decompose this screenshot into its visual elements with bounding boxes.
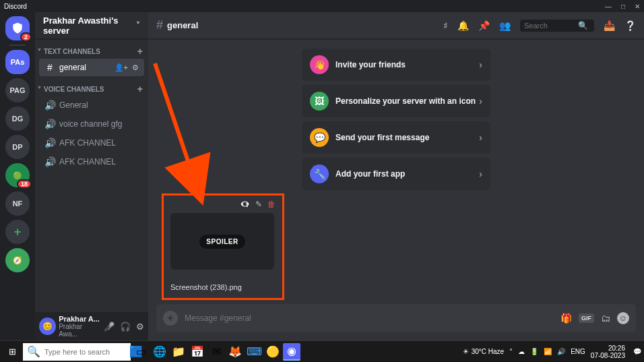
sticker-icon[interactable]: 🗂 bbox=[601, 313, 610, 324]
edit-icon[interactable]: ✎ bbox=[255, 200, 262, 209]
tray-onedrive-icon[interactable]: ☁ bbox=[518, 348, 525, 355]
taskbar-search[interactable]: 🔍 🟦 bbox=[23, 343, 131, 361]
start-button[interactable]: ⊞ bbox=[3, 342, 22, 361]
spoiler-toggle-icon[interactable]: 👁‍🗨 bbox=[240, 200, 250, 209]
chevron-down-icon: ˅ bbox=[136, 21, 140, 30]
invite-icon: 👋 bbox=[310, 55, 329, 74]
chevron-right-icon: › bbox=[479, 132, 482, 143]
close-button[interactable]: ✕ bbox=[635, 3, 640, 10]
speaker-icon: 🔊 bbox=[44, 119, 55, 129]
tray-battery-icon[interactable]: 🔋 bbox=[530, 348, 538, 355]
notifications-icon[interactable]: 🔔 bbox=[457, 20, 469, 31]
search-icon: 🔍 bbox=[27, 345, 40, 358]
firefox-icon[interactable]: 🦊 bbox=[226, 343, 244, 361]
category-voice-channels[interactable]: ˅VOICE CHANNELS + bbox=[35, 77, 148, 96]
pinned-icon[interactable]: 📌 bbox=[478, 20, 490, 31]
add-server-button[interactable]: + bbox=[5, 220, 30, 244]
calendar-icon[interactable]: 📅 bbox=[189, 343, 206, 361]
guild-dg[interactable]: DG bbox=[5, 107, 30, 131]
taskbar-clock[interactable]: 20:26 07-08-2023 bbox=[591, 344, 628, 359]
notifications-tray-icon[interactable]: 💬 bbox=[633, 348, 641, 355]
channel-content: 👋 Invite your friends › 🖼 Personalize yo… bbox=[148, 39, 644, 304]
settings-icon[interactable]: ⚙ bbox=[132, 63, 139, 72]
delete-icon[interactable]: 🗑 bbox=[267, 200, 276, 209]
guild-separator bbox=[9, 44, 26, 46]
hash-icon: # bbox=[156, 18, 163, 32]
search-box[interactable]: 🔍 bbox=[520, 20, 594, 32]
spoiler-badge: SPOILER bbox=[199, 235, 245, 249]
attachment-preview[interactable]: SPOILER bbox=[170, 213, 274, 270]
guild-badge: 18 bbox=[17, 179, 32, 189]
user-name: Prakhar A... bbox=[59, 315, 101, 323]
taskbar-search-input[interactable] bbox=[44, 348, 125, 356]
search-icon: 🔍 bbox=[578, 21, 588, 30]
invite-icon[interactable]: 👤+ bbox=[115, 63, 128, 72]
gift-icon[interactable]: 🎁 bbox=[560, 313, 572, 324]
channel-topbar: # general ♯ 🔔 📌 👥 🔍 📥 ❔ bbox=[148, 12, 644, 39]
speaker-icon: 🔊 bbox=[44, 156, 55, 167]
card-invite-friends[interactable]: 👋 Invite your friends › bbox=[302, 49, 490, 81]
help-icon[interactable]: ❔ bbox=[624, 20, 636, 31]
add-voice-channel-button[interactable]: + bbox=[137, 84, 143, 94]
vscode-icon[interactable]: ⌨ bbox=[245, 343, 263, 361]
user-avatar[interactable]: 😊 bbox=[39, 318, 56, 335]
maximize-button[interactable]: □ bbox=[621, 3, 625, 10]
tray-wifi-icon[interactable]: 📶 bbox=[544, 348, 552, 355]
speaker-icon: 🔊 bbox=[44, 100, 55, 111]
members-icon[interactable]: 👥 bbox=[499, 20, 511, 31]
chevron-right-icon: › bbox=[479, 59, 482, 70]
card-personalize-server[interactable]: 🖼 Personalize your server with an icon › bbox=[302, 85, 490, 117]
channel-label: general bbox=[59, 63, 86, 72]
category-text-channels[interactable]: ˅TEXT CHANNELS + bbox=[35, 39, 148, 58]
hash-icon: # bbox=[44, 62, 55, 73]
app-icon: 🔧 bbox=[310, 164, 329, 183]
guild-green-1[interactable]: 🟢18 bbox=[5, 163, 30, 187]
app-title: Discord bbox=[4, 3, 27, 10]
channel-general[interactable]: # general 👤+ ⚙ bbox=[39, 59, 144, 76]
mail-icon[interactable]: ✉ bbox=[207, 343, 225, 361]
chrome-icon[interactable]: 🟡 bbox=[264, 343, 282, 361]
search-input[interactable] bbox=[524, 22, 578, 30]
message-input-bar: + 🎁 GIF 🗂 ☺ bbox=[156, 304, 636, 332]
message-input[interactable] bbox=[185, 313, 554, 323]
channel-sidebar: Prakhar Awasthi's server ˅ ˅TEXT CHANNEL… bbox=[35, 12, 148, 340]
attachment-highlight-box: 👁‍🗨 ✎ 🗑 SPOILER Screenshot (238).png bbox=[162, 193, 284, 300]
voice-channel-general[interactable]: 🔊General bbox=[39, 96, 144, 114]
explore-servers-button[interactable]: 🧭 bbox=[5, 248, 30, 272]
card-add-app[interactable]: 🔧 Add your first app › bbox=[302, 158, 490, 190]
deafen-icon[interactable]: 🎧 bbox=[120, 322, 131, 332]
home-badge: 2 bbox=[20, 32, 32, 42]
voice-channel-gfg[interactable]: 🔊voice channel gfg bbox=[39, 115, 144, 133]
voice-channel-afk1[interactable]: 🔊AFK CHANNEL bbox=[39, 134, 144, 152]
tray-chevron-icon[interactable]: ˄ bbox=[509, 348, 513, 355]
threads-icon[interactable]: ♯ bbox=[443, 20, 448, 31]
card-first-message[interactable]: 💬 Send your first message › bbox=[302, 121, 490, 154]
edge-icon[interactable]: 🌐 bbox=[151, 343, 168, 361]
user-panel: 😊 Prakhar A... Prakhar Awa... 🎤̸ 🎧 ⚙ bbox=[35, 312, 148, 340]
guild-dp[interactable]: DP bbox=[5, 135, 30, 159]
tray-sound-icon[interactable]: 🔊 bbox=[557, 348, 565, 355]
tray-lang[interactable]: ENG bbox=[571, 348, 585, 355]
voice-channel-afk2[interactable]: 🔊AFK CHANNEL bbox=[39, 153, 144, 171]
guild-rail: 2 PAs PAG DG DP 🟢18 NF + 🧭 bbox=[0, 12, 35, 340]
guild-pas[interactable]: PAs bbox=[5, 50, 30, 74]
user-settings-icon[interactable]: ⚙ bbox=[136, 322, 144, 332]
inbox-icon[interactable]: 📥 bbox=[604, 20, 615, 31]
home-button[interactable]: 2 bbox=[5, 16, 30, 40]
gif-button[interactable]: GIF bbox=[579, 313, 594, 323]
weather-widget[interactable]: ☀ 30°C Haze bbox=[463, 348, 504, 355]
files-icon[interactable]: 📁 bbox=[170, 343, 187, 361]
discord-taskbar-icon[interactable]: ◉ bbox=[283, 343, 300, 361]
welcome-cards: 👋 Invite your friends › 🖼 Personalize yo… bbox=[302, 49, 490, 190]
server-name: Prakhar Awasthi's server bbox=[43, 16, 136, 36]
chevron-right-icon: › bbox=[479, 96, 482, 107]
minimize-button[interactable]: — bbox=[605, 3, 612, 10]
guild-pag[interactable]: PAG bbox=[5, 78, 30, 102]
mute-icon[interactable]: 🎤̸ bbox=[104, 322, 115, 332]
task-view-icon[interactable]: ▭ bbox=[132, 343, 150, 361]
attach-button[interactable]: + bbox=[163, 311, 178, 326]
server-header[interactable]: Prakhar Awasthi's server ˅ bbox=[35, 12, 148, 39]
guild-nf[interactable]: NF bbox=[5, 191, 30, 216]
add-text-channel-button[interactable]: + bbox=[137, 46, 143, 57]
emoji-icon[interactable]: ☺ bbox=[617, 312, 629, 324]
